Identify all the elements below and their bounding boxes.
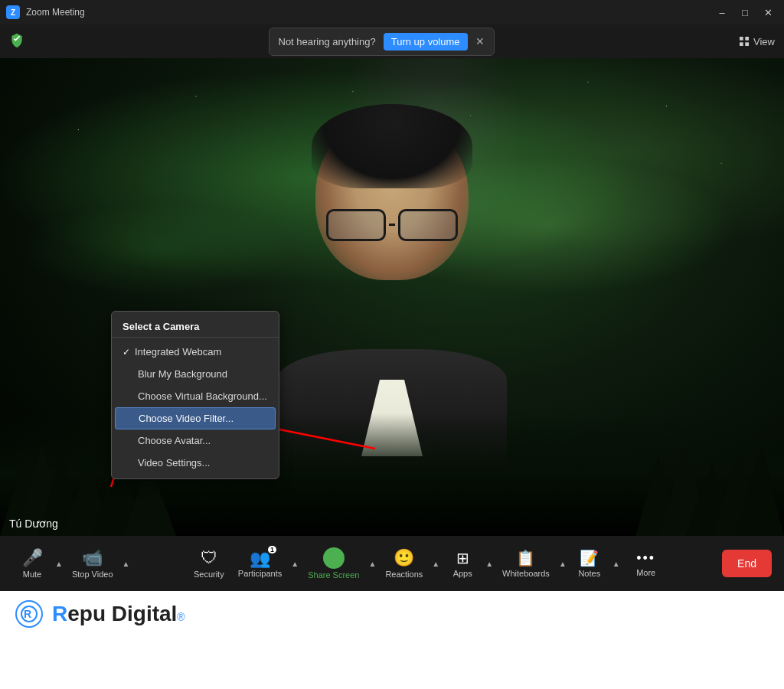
- brand-name-r: R: [52, 602, 67, 625]
- end-button[interactable]: End: [722, 550, 772, 577]
- stop-video-label: Stop Video: [72, 570, 113, 579]
- mic-icon: 🎤: [22, 548, 43, 568]
- stop-video-button[interactable]: 📹 Stop Video: [66, 544, 119, 583]
- whiteboards-group[interactable]: 📋 Whiteboards ▲: [496, 543, 570, 584]
- participants-icon-wrapper: 👥 1: [250, 549, 270, 569]
- share-screen-button[interactable]: ⬆ Share Screen: [302, 543, 365, 584]
- brand-name: Repu Digital ®: [52, 602, 185, 626]
- reactions-group[interactable]: 🙂 Reactions ▲: [379, 543, 443, 584]
- notes-label: Notes: [578, 569, 600, 578]
- user-name-text: Tú Dương: [9, 518, 58, 530]
- participants-button[interactable]: 👥 1 Participants: [232, 544, 288, 583]
- context-menu-title: Select a Camera: [112, 316, 279, 338]
- camera-option-settings[interactable]: Video Settings...: [112, 452, 279, 474]
- participants-icon: 👥: [250, 549, 270, 568]
- svg-rect-2: [740, 42, 743, 46]
- notes-arrow[interactable]: ▲: [609, 544, 623, 583]
- apps-group[interactable]: ⊞ Apps ▲: [443, 543, 496, 584]
- camera-context-menu[interactable]: Select a Camera ✓ Integrated Webcam Blur…: [111, 311, 279, 479]
- whiteboards-arrow[interactable]: ▲: [556, 544, 570, 583]
- top-bar: Not hearing anything? Turn up volume ✕ V…: [0, 24, 784, 58]
- stop-video-group[interactable]: 📹 Stop Video ▲: [66, 544, 133, 583]
- shield-icon: [9, 32, 24, 51]
- whiteboards-icon: 📋: [516, 549, 535, 567]
- notification-banner: Not hearing anything? Turn up volume ✕: [269, 28, 495, 56]
- notification-text: Not hearing anything?: [279, 36, 376, 47]
- whiteboards-button[interactable]: 📋 Whiteboards: [496, 544, 556, 583]
- reactions-arrow[interactable]: ▲: [429, 544, 443, 583]
- grid-icon: [738, 35, 750, 47]
- camera-option-avatar[interactable]: Choose Avatar...: [112, 429, 279, 452]
- camera-option-video-filter[interactable]: Choose Video Filter...: [115, 407, 276, 429]
- minimize-button[interactable]: –: [712, 4, 732, 21]
- title-bar: Z Zoom Meeting – □ ✕: [0, 0, 784, 24]
- repu-logo: R: [15, 600, 43, 628]
- notification-close-button[interactable]: ✕: [475, 35, 485, 47]
- reactions-label: Reactions: [385, 570, 423, 579]
- maximize-button[interactable]: □: [735, 4, 755, 21]
- participants-group[interactable]: 👥 1 Participants ▲: [232, 543, 302, 584]
- video-area: Tú Dương Select a Camera ✓ Integrated We…: [0, 58, 784, 536]
- view-label: View: [753, 36, 775, 47]
- apps-arrow[interactable]: ▲: [482, 544, 496, 583]
- security-label: Security: [194, 570, 224, 579]
- share-screen-arrow[interactable]: ▲: [365, 544, 379, 583]
- window-title: Zoom Meeting: [26, 7, 85, 18]
- whiteboards-label: Whiteboards: [502, 569, 550, 578]
- reactions-icon: 🙂: [394, 548, 414, 568]
- trademark-symbol: ®: [177, 611, 185, 623]
- turn-up-volume-button[interactable]: Turn up volume: [384, 33, 468, 51]
- zoom-logo-icon: Z: [6, 5, 20, 19]
- toolbar: 🎤 Mute ▲ 📹 Stop Video ▲ 🛡 Security 👥 1: [0, 536, 784, 591]
- security-button[interactable]: 🛡 Security: [186, 543, 232, 584]
- toolbar-left-controls: 🎤 Mute ▲ 📹 Stop Video ▲: [12, 544, 132, 583]
- stop-video-arrow[interactable]: ▲: [119, 544, 133, 583]
- avatar-label: Choose Avatar...: [138, 435, 211, 446]
- notes-button[interactable]: 📝 Notes: [570, 544, 609, 583]
- share-screen-label: Share Screen: [308, 570, 359, 580]
- more-label: More: [636, 568, 655, 577]
- toolbar-right-controls: End: [722, 550, 772, 577]
- brand-name-full: epu Digital: [67, 602, 177, 625]
- reactions-button[interactable]: 🙂 Reactions: [379, 544, 429, 583]
- title-bar-left: Z Zoom Meeting: [6, 5, 85, 19]
- notes-icon: 📝: [580, 549, 599, 567]
- more-button[interactable]: ••• More: [623, 543, 669, 584]
- participants-badge: 1: [268, 546, 276, 553]
- more-icon: •••: [636, 550, 655, 567]
- svg-text:R: R: [24, 608, 31, 620]
- security-shield-icon: 🛡: [201, 548, 217, 568]
- video-filter-label: Choose Video Filter...: [139, 413, 234, 424]
- mute-label: Mute: [23, 570, 41, 579]
- video-camera-icon: 📹: [82, 548, 103, 568]
- title-bar-controls[interactable]: – □ ✕: [712, 4, 778, 21]
- camera-option-integrated[interactable]: ✓ Integrated Webcam: [112, 341, 279, 363]
- camera-option-label: Integrated Webcam: [135, 346, 221, 358]
- svg-rect-3: [745, 42, 749, 46]
- view-button[interactable]: View: [738, 35, 775, 47]
- mute-group[interactable]: 🎤 Mute ▲: [12, 544, 66, 583]
- close-button[interactable]: ✕: [758, 4, 778, 21]
- apps-label: Apps: [453, 569, 472, 578]
- participants-arrow[interactable]: ▲: [288, 544, 302, 583]
- toolbar-center-controls: 🛡 Security 👥 1 Participants ▲ ⬆ Share Sc…: [132, 543, 722, 584]
- video-settings-label: Video Settings...: [138, 457, 210, 469]
- share-screen-icon: ⬆: [323, 547, 345, 569]
- video-feed-person: [247, 96, 537, 502]
- svg-rect-1: [745, 37, 749, 41]
- virtual-bg-label: Choose Virtual Background...: [138, 390, 267, 402]
- svg-rect-0: [740, 37, 743, 41]
- share-screen-group[interactable]: ⬆ Share Screen ▲: [302, 543, 379, 584]
- participants-label: Participants: [238, 569, 282, 578]
- mute-button[interactable]: 🎤 Mute: [12, 544, 52, 583]
- notes-group[interactable]: 📝 Notes ▲: [570, 543, 623, 584]
- apps-button[interactable]: ⊞ Apps: [443, 544, 482, 583]
- apps-icon: ⊞: [456, 549, 469, 567]
- repu-logo-icon: R: [20, 605, 38, 623]
- camera-option-blur[interactable]: Blur My Background: [112, 363, 279, 385]
- blur-bg-label: Blur My Background: [138, 368, 227, 380]
- checkmark-icon: ✓: [122, 347, 130, 358]
- camera-option-virtual-bg[interactable]: Choose Virtual Background...: [112, 385, 279, 407]
- branding-bar: R Repu Digital ®: [0, 591, 784, 637]
- mute-arrow[interactable]: ▲: [52, 544, 66, 583]
